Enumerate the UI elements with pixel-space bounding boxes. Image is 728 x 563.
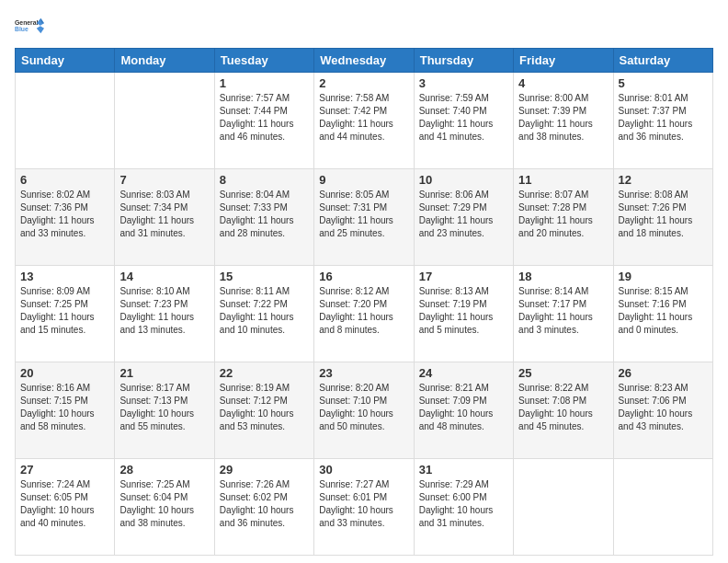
day-info: Sunrise: 7:27 AM Sunset: 6:01 PM Dayligh…: [319, 478, 408, 530]
day-number: 22: [220, 366, 309, 380]
calendar-cell: 8Sunrise: 8:04 AM Sunset: 7:33 PM Daylig…: [214, 169, 313, 266]
page-container: General Blue Sunday Monday Tuesday Wedne…: [0, 0, 728, 563]
calendar-cell: 6Sunrise: 8:02 AM Sunset: 7:36 PM Daylig…: [16, 169, 115, 266]
calendar-cell: 23Sunrise: 8:20 AM Sunset: 7:10 PM Dayli…: [314, 362, 414, 459]
day-number: 5: [619, 76, 708, 90]
day-number: 24: [419, 366, 508, 380]
day-number: 30: [319, 463, 408, 477]
col-friday: Friday: [514, 49, 613, 73]
day-number: 28: [119, 463, 209, 477]
day-info: Sunrise: 8:14 AM Sunset: 7:17 PM Dayligh…: [518, 285, 608, 337]
calendar-cell: 16Sunrise: 8:12 AM Sunset: 7:20 PM Dayli…: [314, 266, 414, 362]
calendar-cell: 2Sunrise: 7:58 AM Sunset: 7:42 PM Daylig…: [314, 73, 414, 169]
calendar-cell: 22Sunrise: 8:19 AM Sunset: 7:12 PM Dayli…: [214, 362, 313, 459]
day-info: Sunrise: 8:12 AM Sunset: 7:20 PM Dayligh…: [319, 285, 408, 337]
day-info: Sunrise: 8:11 AM Sunset: 7:22 PM Dayligh…: [220, 285, 309, 337]
calendar-cell: 26Sunrise: 8:23 AM Sunset: 7:06 PM Dayli…: [613, 362, 712, 459]
calendar-cell: [115, 73, 214, 169]
day-number: 13: [20, 270, 109, 283]
day-info: Sunrise: 8:07 AM Sunset: 7:28 PM Dayligh…: [518, 189, 608, 240]
svg-text:Blue: Blue: [15, 26, 28, 32]
day-info: Sunrise: 8:10 AM Sunset: 7:23 PM Dayligh…: [119, 285, 209, 337]
calendar-cell: 28Sunrise: 7:25 AM Sunset: 6:04 PM Dayli…: [115, 459, 214, 556]
day-number: 2: [319, 76, 408, 90]
day-info: Sunrise: 7:58 AM Sunset: 7:42 PM Dayligh…: [319, 92, 408, 144]
day-info: Sunrise: 8:17 AM Sunset: 7:13 PM Dayligh…: [119, 382, 209, 433]
calendar-cell: 9Sunrise: 8:05 AM Sunset: 7:31 PM Daylig…: [314, 169, 414, 266]
calendar-cell: 19Sunrise: 8:15 AM Sunset: 7:16 PM Dayli…: [613, 266, 712, 362]
day-info: Sunrise: 8:04 AM Sunset: 7:33 PM Dayligh…: [220, 189, 309, 240]
day-number: 8: [220, 173, 309, 187]
day-info: Sunrise: 8:01 AM Sunset: 7:37 PM Dayligh…: [619, 92, 708, 144]
col-wednesday: Wednesday: [314, 49, 414, 73]
calendar-cell: 1Sunrise: 7:57 AM Sunset: 7:44 PM Daylig…: [214, 73, 313, 169]
col-thursday: Thursday: [414, 49, 513, 73]
logo: General Blue: [15, 11, 44, 40]
day-info: Sunrise: 7:57 AM Sunset: 7:44 PM Dayligh…: [220, 92, 309, 144]
calendar-cell: [613, 459, 712, 556]
calendar-cell: 11Sunrise: 8:07 AM Sunset: 7:28 PM Dayli…: [514, 169, 613, 266]
col-sunday: Sunday: [16, 49, 115, 73]
day-info: Sunrise: 8:02 AM Sunset: 7:36 PM Dayligh…: [20, 189, 109, 240]
day-info: Sunrise: 8:03 AM Sunset: 7:34 PM Dayligh…: [119, 189, 209, 240]
calendar-cell: 30Sunrise: 7:27 AM Sunset: 6:01 PM Dayli…: [314, 459, 414, 556]
calendar-cell: 10Sunrise: 8:06 AM Sunset: 7:29 PM Dayli…: [414, 169, 513, 266]
day-info: Sunrise: 7:25 AM Sunset: 6:04 PM Dayligh…: [119, 478, 209, 530]
day-number: 17: [419, 270, 508, 283]
svg-text:General: General: [15, 19, 39, 26]
logo-icon: General Blue: [15, 11, 44, 40]
day-number: 31: [419, 463, 508, 477]
calendar-week-row: 27Sunrise: 7:24 AM Sunset: 6:05 PM Dayli…: [16, 459, 713, 556]
calendar-cell: 14Sunrise: 8:10 AM Sunset: 7:23 PM Dayli…: [115, 266, 214, 362]
calendar-cell: 12Sunrise: 8:08 AM Sunset: 7:26 PM Dayli…: [613, 169, 712, 266]
calendar-cell: 27Sunrise: 7:24 AM Sunset: 6:05 PM Dayli…: [16, 459, 115, 556]
calendar-cell: 21Sunrise: 8:17 AM Sunset: 7:13 PM Dayli…: [115, 362, 214, 459]
day-info: Sunrise: 8:21 AM Sunset: 7:09 PM Dayligh…: [419, 382, 508, 433]
calendar-header-row: Sunday Monday Tuesday Wednesday Thursday…: [16, 49, 713, 73]
calendar-week-row: 20Sunrise: 8:16 AM Sunset: 7:15 PM Dayli…: [16, 362, 713, 459]
calendar-cell: 25Sunrise: 8:22 AM Sunset: 7:08 PM Dayli…: [514, 362, 613, 459]
day-number: 9: [319, 173, 408, 187]
day-info: Sunrise: 8:13 AM Sunset: 7:19 PM Dayligh…: [419, 285, 508, 337]
day-info: Sunrise: 8:22 AM Sunset: 7:08 PM Dayligh…: [518, 382, 608, 433]
day-info: Sunrise: 7:59 AM Sunset: 7:40 PM Dayligh…: [419, 92, 508, 144]
day-info: Sunrise: 7:26 AM Sunset: 6:02 PM Dayligh…: [220, 478, 309, 530]
day-info: Sunrise: 8:15 AM Sunset: 7:16 PM Dayligh…: [619, 285, 708, 337]
day-number: 7: [119, 173, 209, 187]
calendar-cell: 4Sunrise: 8:00 AM Sunset: 7:39 PM Daylig…: [514, 73, 613, 169]
calendar-cell: 13Sunrise: 8:09 AM Sunset: 7:25 PM Dayli…: [16, 266, 115, 362]
calendar-week-row: 1Sunrise: 7:57 AM Sunset: 7:44 PM Daylig…: [16, 73, 713, 169]
calendar-cell: 24Sunrise: 8:21 AM Sunset: 7:09 PM Dayli…: [414, 362, 513, 459]
calendar-table: Sunday Monday Tuesday Wednesday Thursday…: [15, 48, 713, 556]
calendar-week-row: 13Sunrise: 8:09 AM Sunset: 7:25 PM Dayli…: [16, 266, 713, 362]
day-info: Sunrise: 8:06 AM Sunset: 7:29 PM Dayligh…: [419, 189, 508, 240]
day-number: 3: [419, 76, 508, 90]
day-info: Sunrise: 8:20 AM Sunset: 7:10 PM Dayligh…: [319, 382, 408, 433]
header: General Blue: [15, 11, 713, 40]
day-info: Sunrise: 8:09 AM Sunset: 7:25 PM Dayligh…: [20, 285, 109, 337]
day-number: 16: [319, 270, 408, 283]
day-info: Sunrise: 7:24 AM Sunset: 6:05 PM Dayligh…: [20, 478, 109, 530]
calendar-cell: 29Sunrise: 7:26 AM Sunset: 6:02 PM Dayli…: [214, 459, 313, 556]
day-number: 21: [119, 366, 209, 380]
col-tuesday: Tuesday: [214, 49, 313, 73]
calendar-week-row: 6Sunrise: 8:02 AM Sunset: 7:36 PM Daylig…: [16, 169, 713, 266]
day-info: Sunrise: 8:23 AM Sunset: 7:06 PM Dayligh…: [619, 382, 708, 433]
day-number: 20: [20, 366, 109, 380]
calendar-cell: 7Sunrise: 8:03 AM Sunset: 7:34 PM Daylig…: [115, 169, 214, 266]
day-info: Sunrise: 8:16 AM Sunset: 7:15 PM Dayligh…: [20, 382, 109, 433]
day-number: 4: [518, 76, 608, 90]
calendar-cell: 18Sunrise: 8:14 AM Sunset: 7:17 PM Dayli…: [514, 266, 613, 362]
col-saturday: Saturday: [613, 49, 712, 73]
calendar-cell: 20Sunrise: 8:16 AM Sunset: 7:15 PM Dayli…: [16, 362, 115, 459]
day-number: 25: [518, 366, 608, 380]
day-number: 19: [619, 270, 708, 283]
day-number: 15: [220, 270, 309, 283]
day-number: 1: [220, 76, 309, 90]
day-number: 10: [419, 173, 508, 187]
calendar-cell: 31Sunrise: 7:29 AM Sunset: 6:00 PM Dayli…: [414, 459, 513, 556]
day-number: 23: [319, 366, 408, 380]
col-monday: Monday: [115, 49, 214, 73]
day-number: 18: [518, 270, 608, 283]
calendar-cell: 5Sunrise: 8:01 AM Sunset: 7:37 PM Daylig…: [613, 73, 712, 169]
